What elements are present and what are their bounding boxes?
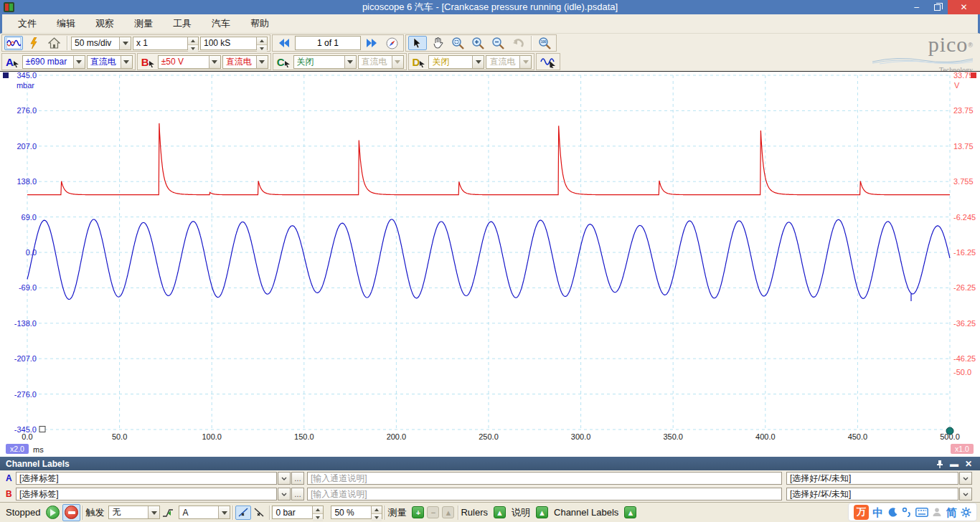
- spin-up-icon[interactable]: [188, 37, 198, 45]
- menu-item-view[interactable]: 观察: [88, 15, 121, 32]
- zoom-100-button[interactable]: 100: [535, 36, 554, 50]
- channel-labels-toggle-button[interactable]: ▲: [624, 506, 636, 518]
- spin-down-icon[interactable]: [188, 45, 198, 52]
- punctuation-icon[interactable]: [902, 507, 911, 517]
- status-combo-a[interactable]: [选择好/坏/未知]: [786, 472, 958, 485]
- panel-minimize-icon[interactable]: ▬: [948, 459, 960, 469]
- home-icon: [48, 37, 60, 49]
- channel-c-range-select[interactable]: 关闭: [293, 55, 357, 69]
- chevron-down-icon[interactable]: [472, 56, 484, 68]
- label-combo-b[interactable]: [选择标签]: [16, 488, 277, 500]
- chevron-down-icon[interactable]: [218, 506, 230, 518]
- rising-edge-button[interactable]: [235, 506, 251, 520]
- trigger-marker[interactable]: [946, 427, 953, 435]
- stop-capture-button[interactable]: [62, 504, 80, 521]
- timebase-select[interactable]: 50 ms/div: [71, 37, 131, 50]
- home-button[interactable]: [44, 36, 63, 50]
- label-combo-a[interactable]: [选择标签]: [16, 472, 277, 485]
- ime-chinese-mode-button[interactable]: 中: [872, 507, 883, 518]
- channel-d-button[interactable]: D: [413, 56, 426, 68]
- trigger-level-spinner[interactable]: 0 bar: [272, 506, 324, 519]
- channel-c-button[interactable]: C: [277, 56, 291, 68]
- chevron-down-icon[interactable]: [119, 37, 131, 49]
- menu-item-automotive[interactable]: 汽车: [204, 15, 237, 32]
- trigger-channel-select[interactable]: A: [179, 506, 230, 519]
- user-icon[interactable]: [932, 507, 942, 517]
- pan-tool-button[interactable]: [428, 36, 447, 50]
- marquee-zoom-button[interactable]: [448, 36, 467, 50]
- minimize-button[interactable]: –: [906, 0, 927, 14]
- channel-b-range-select[interactable]: ±50 V: [158, 55, 221, 69]
- chevron-down-icon[interactable]: [278, 488, 291, 500]
- window-title: picoscope 6 汽车 - [Crankcase pressure run…: [0, 1, 980, 14]
- channel-a-button[interactable]: A: [6, 56, 19, 68]
- ime-toolbar: 万 中 简: [848, 503, 977, 521]
- description-input-a[interactable]: [307, 472, 782, 485]
- ime-logo-button[interactable]: 万: [854, 505, 869, 520]
- spin-down-icon[interactable]: [372, 514, 382, 521]
- panel-close-icon[interactable]: ✕: [963, 459, 974, 469]
- chevron-down-icon[interactable]: [959, 488, 972, 500]
- buffer-navigator-button[interactable]: [382, 36, 401, 50]
- channel-a-range-select[interactable]: ±690 mbar: [22, 55, 85, 69]
- gear-icon[interactable]: [961, 507, 971, 518]
- chevron-down-icon[interactable]: [148, 506, 159, 518]
- status-combo-value: [选择好/坏/未知]: [787, 488, 958, 500]
- pin-icon[interactable]: [934, 459, 946, 469]
- zoom-factor-spinner[interactable]: x 1: [133, 37, 199, 50]
- zoom-out-button[interactable]: [489, 36, 507, 50]
- add-measurement-button[interactable]: +: [412, 506, 424, 518]
- compass-icon: [386, 37, 398, 49]
- restore-button[interactable]: [927, 0, 948, 14]
- chevron-down-icon[interactable]: [209, 56, 220, 68]
- spin-down-icon[interactable]: [257, 45, 267, 52]
- zoom-in-icon: [472, 37, 484, 49]
- moon-icon[interactable]: [887, 507, 898, 518]
- pretrigger-spinner[interactable]: 50 %: [331, 506, 382, 519]
- spin-up-icon[interactable]: [257, 37, 267, 45]
- menu-item-tools[interactable]: 工具: [166, 15, 199, 32]
- start-capture-button[interactable]: [46, 506, 60, 519]
- spin-up-icon[interactable]: [313, 506, 323, 514]
- next-buffer-button[interactable]: [362, 36, 381, 50]
- description-input-b[interactable]: [307, 488, 782, 500]
- ime-simplified-button[interactable]: 简: [946, 507, 957, 518]
- rulers-toggle-button[interactable]: ▲: [494, 506, 506, 518]
- startup-settings-button[interactable]: [24, 36, 43, 50]
- chevron-down-icon[interactable]: [959, 472, 972, 485]
- close-button[interactable]: ✕: [948, 0, 980, 14]
- custom-probes-button[interactable]: [539, 54, 557, 69]
- scope-view-button[interactable]: [4, 36, 23, 50]
- channel-a-coupling-select[interactable]: 直流电: [87, 55, 133, 69]
- menu-item-edit[interactable]: 编辑: [50, 15, 83, 32]
- menu-item-file[interactable]: 文件: [11, 15, 44, 32]
- more-options-button[interactable]: …: [291, 472, 304, 485]
- channel-b-axis-handle[interactable]: [971, 72, 976, 78]
- keyboard-icon[interactable]: [915, 508, 928, 517]
- menu-item-measure[interactable]: 测量: [127, 15, 160, 32]
- chevron-down-icon[interactable]: [121, 56, 132, 68]
- channel-d-range-select[interactable]: 关闭: [428, 55, 484, 69]
- undo-zoom-button[interactable]: [509, 36, 527, 50]
- chevron-down-icon[interactable]: [278, 472, 291, 485]
- notes-toggle-button[interactable]: ▲: [536, 506, 548, 518]
- channel-b-coupling-select[interactable]: 直流电: [222, 55, 268, 69]
- menu-item-help[interactable]: 帮助: [243, 15, 276, 32]
- chevron-down-icon[interactable]: [73, 56, 85, 68]
- samples-spinner[interactable]: 100 kS: [200, 37, 268, 50]
- zoom-in-button[interactable]: [468, 36, 487, 50]
- select-tool-button[interactable]: [408, 36, 427, 50]
- falling-edge-button[interactable]: [251, 506, 267, 520]
- prev-buffer-button[interactable]: [275, 36, 293, 50]
- more-options-button[interactable]: …: [291, 488, 304, 500]
- trigger-mode-select[interactable]: 无: [108, 506, 160, 519]
- channel-a-axis-handle[interactable]: [3, 72, 9, 78]
- waveform-chart[interactable]: 345.0276.0207.0138.069.00.0-69.0-138.0-2…: [0, 72, 980, 457]
- spin-down-icon[interactable]: [313, 514, 323, 521]
- channel-b-button[interactable]: B: [141, 56, 155, 68]
- spin-up-icon[interactable]: [372, 506, 382, 514]
- channel-a-axis-handle-bottom[interactable]: [39, 427, 45, 432]
- status-combo-b[interactable]: [选择好/坏/未知]: [786, 488, 958, 500]
- chevron-down-icon[interactable]: [256, 56, 268, 68]
- chevron-down-icon[interactable]: [344, 56, 356, 68]
